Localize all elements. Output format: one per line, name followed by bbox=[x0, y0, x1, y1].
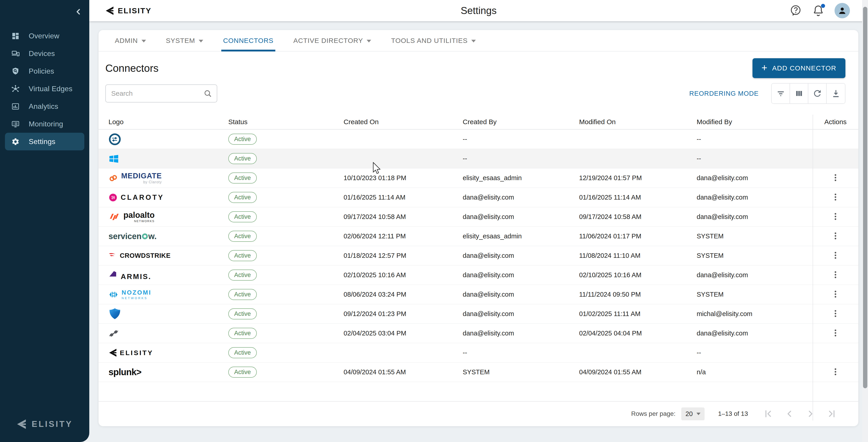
search-input[interactable] bbox=[111, 90, 203, 97]
sidebar-collapse-button[interactable] bbox=[73, 6, 84, 17]
kebab-menu-icon bbox=[831, 173, 840, 183]
servicenow-logo: servicenw. bbox=[108, 232, 226, 241]
crowdstrike-falcon-icon bbox=[108, 252, 118, 259]
row-actions-menu-button[interactable] bbox=[829, 249, 842, 262]
row-actions-menu-button[interactable] bbox=[829, 288, 842, 301]
row-actions-menu-button[interactable] bbox=[829, 191, 842, 204]
table-row[interactable]: ARMIS.Active02/10/2025 10:16 AMdana@elis… bbox=[98, 266, 858, 285]
connectors-card: ADMINSYSTEMCONNECTORSACTIVE DIRECTORYTOO… bbox=[98, 30, 858, 426]
user-avatar[interactable] bbox=[835, 3, 850, 18]
table-row[interactable]: Active02/04/2025 03:04 PMdana@elisity.co… bbox=[98, 324, 858, 343]
splunk-logo: splunk> bbox=[108, 367, 141, 377]
table-row[interactable]: servicenw.Active02/06/2024 12:11 PMelisi… bbox=[98, 227, 858, 246]
refresh-button[interactable] bbox=[808, 83, 827, 103]
cell-modified-on: 11/11/2024 09:50 PM bbox=[576, 291, 693, 298]
sidebar-item-label: Monitoring bbox=[29, 120, 63, 128]
row-actions-menu-button[interactable] bbox=[829, 308, 842, 320]
sidebar-item-label: Analytics bbox=[29, 102, 58, 111]
cell-modified-by: -- bbox=[693, 135, 813, 143]
cell-modified-on: 02/10/2025 10:16 AM bbox=[576, 271, 693, 279]
first-page-button[interactable] bbox=[762, 407, 775, 420]
cell-modified-by: n/a bbox=[693, 368, 813, 376]
tab-connectors[interactable]: CONNECTORS bbox=[221, 30, 275, 51]
row-actions-menu-button[interactable] bbox=[829, 230, 842, 243]
armis-icon bbox=[108, 269, 119, 279]
scrollbar-track[interactable] bbox=[862, 0, 868, 442]
status-badge: Active bbox=[228, 328, 257, 339]
download-button[interactable] bbox=[827, 83, 845, 103]
cell-modified-by: dana@elisity.com bbox=[693, 330, 813, 337]
table-row[interactable]: ELISITYActive---- bbox=[98, 343, 858, 363]
table-row[interactable]: CLAROTYActive01/16/2025 11:14 AMdana@eli… bbox=[98, 188, 858, 207]
table-row[interactable]: Active---- bbox=[98, 130, 858, 149]
table-row[interactable]: Active09/12/2024 01:23 PMdana@elisity.co… bbox=[98, 304, 858, 324]
kebab-menu-icon bbox=[831, 328, 840, 338]
elisity-row-logo: ELISITY bbox=[108, 349, 226, 357]
sidebar-item-policies[interactable]: Policies bbox=[5, 62, 84, 80]
status-badge: Active bbox=[228, 134, 257, 145]
tab-system[interactable]: SYSTEM bbox=[164, 30, 205, 51]
cell-status: Active bbox=[226, 367, 340, 378]
plus-icon: + bbox=[762, 62, 768, 73]
table-row[interactable]: NOZOMINETWORKSActive08/06/2024 03:24 PMd… bbox=[98, 285, 858, 304]
dashboard-icon bbox=[11, 32, 20, 40]
filter-button[interactable] bbox=[772, 83, 790, 103]
search-box bbox=[105, 84, 217, 102]
sidebar-item-settings[interactable]: Settings bbox=[5, 133, 84, 150]
medigate-icon bbox=[108, 173, 118, 183]
reordering-mode-link[interactable]: REORDERING MODE bbox=[689, 90, 758, 97]
sidebar-item-monitoring[interactable]: Monitoring bbox=[5, 115, 84, 133]
add-connector-button[interactable]: + ADD CONNECTOR bbox=[752, 58, 845, 78]
help-icon[interactable] bbox=[789, 4, 802, 17]
cell-created-by: dana@elisity.com bbox=[460, 213, 576, 220]
sidebar-item-label: Overview bbox=[29, 32, 59, 40]
status-badge: Active bbox=[228, 192, 257, 203]
last-page-button[interactable] bbox=[825, 407, 838, 420]
table-row[interactable]: paloaltoNETWORKSActive09/17/2024 10:58 A… bbox=[98, 207, 858, 227]
monitoring-icon bbox=[11, 120, 20, 128]
cell-logo: MEDIGATEby Claroty bbox=[98, 172, 226, 184]
plug-link-icon bbox=[108, 328, 119, 339]
column-header-created-on: Created On bbox=[340, 118, 460, 126]
row-actions-menu-button[interactable] bbox=[829, 327, 842, 340]
sidebar-item-virtual-edges[interactable]: Virtual Edges bbox=[5, 80, 84, 98]
table-row[interactable]: splunk>Active04/09/2024 01:55 AMSYSTEM04… bbox=[98, 363, 858, 382]
tab-admin[interactable]: ADMIN bbox=[113, 30, 148, 51]
search-icon[interactable] bbox=[203, 89, 212, 98]
next-page-button[interactable] bbox=[804, 407, 817, 420]
row-actions-menu-button[interactable] bbox=[829, 211, 842, 223]
cell-status: Active bbox=[226, 250, 340, 261]
chevron-down-icon bbox=[142, 40, 146, 42]
gear-icon bbox=[11, 137, 20, 146]
cell-modified-on: 04/09/2024 01:55 AM bbox=[576, 368, 693, 376]
row-actions-menu-button[interactable] bbox=[829, 172, 842, 184]
cell-logo: servicenw. bbox=[98, 232, 226, 241]
notifications-bell-icon[interactable] bbox=[812, 4, 825, 17]
kebab-menu-icon bbox=[831, 250, 840, 260]
table-row[interactable]: MEDIGATEby ClarotyActive10/10/2023 01:18… bbox=[98, 168, 858, 188]
rows-per-page-select[interactable]: 20 bbox=[681, 407, 704, 420]
cell-modified-by: michal@elisity.com bbox=[693, 310, 813, 318]
medigate-logo: MEDIGATEby Claroty bbox=[108, 172, 226, 184]
sidebar-item-overview[interactable]: Overview bbox=[5, 27, 84, 45]
table-row[interactable]: CROWDSTRIKEActive01/18/2024 12:57 PMdana… bbox=[98, 246, 858, 266]
column-header-status: Status bbox=[226, 118, 340, 126]
table-row[interactable]: Active---- bbox=[98, 149, 858, 168]
tab-label: TOOLS AND UTILITIES bbox=[391, 37, 468, 44]
cell-actions bbox=[813, 327, 858, 340]
tab-tools-and-utilities[interactable]: TOOLS AND UTILITIES bbox=[389, 30, 477, 51]
cell-modified-by: dana@elisity.com bbox=[693, 271, 813, 279]
columns-button[interactable] bbox=[790, 83, 808, 103]
claroty-logo: CLAROTY bbox=[108, 193, 226, 202]
sidebar-item-analytics[interactable]: Analytics bbox=[5, 98, 84, 115]
scrollbar-thumb[interactable] bbox=[863, 7, 867, 388]
actions-column-divider bbox=[813, 115, 813, 420]
row-actions-menu-button[interactable] bbox=[829, 269, 842, 281]
column-header-actions: Actions bbox=[813, 118, 858, 126]
sidebar-item-devices[interactable]: Devices bbox=[5, 45, 84, 62]
cell-modified-on: 09/17/2024 10:58 AM bbox=[576, 213, 693, 220]
previous-page-button[interactable] bbox=[783, 407, 796, 420]
tab-active-directory[interactable]: ACTIVE DIRECTORY bbox=[291, 30, 373, 51]
status-badge: Active bbox=[228, 347, 257, 358]
row-actions-menu-button[interactable] bbox=[829, 366, 842, 379]
